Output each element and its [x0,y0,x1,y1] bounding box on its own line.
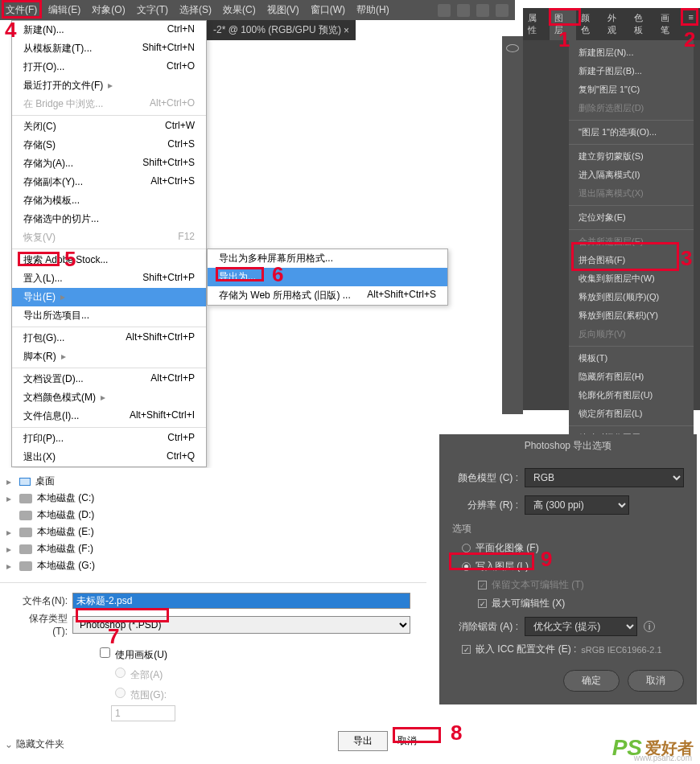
layer-menu-item[interactable]: 新建子图层(B)... [569,62,694,80]
file-menu-item[interactable]: 存储副本(Y)...Alt+Ctrl+S [12,173,206,191]
max-edit-checkbox[interactable]: 最大可编辑性 (X) [439,594,697,613]
layer-menu-item[interactable]: "图层 1"的选项(O)... [569,123,694,142]
layer-visibility-column [502,36,523,414]
file-menu-item[interactable]: 文档设置(D)...Alt+Ctrl+P [12,370,206,388]
toolbar-icon[interactable] [457,4,470,17]
ok-button[interactable]: 确定 [563,670,620,692]
tree-node[interactable]: ▸本地磁盘 (G:) [0,557,426,574]
layer-menu-item: 反向顺序(V) [569,325,694,343]
file-menu-item[interactable]: 导出(E) [12,288,206,306]
layer-menu-item[interactable]: 进入隔离模式(I) [569,166,694,184]
flat-image-radio[interactable]: 平面化图像 (F) [439,539,697,557]
use-artboard-checkbox[interactable] [100,647,110,658]
menu-window[interactable]: 窗口(W) [305,0,351,20]
layer-menu-item[interactable]: 收集到新图层中(W) [569,269,694,288]
file-menu-item[interactable]: 置入(L)...Shift+Ctrl+P [12,269,206,288]
menu-select[interactable]: 选择(S) [174,0,217,20]
cancel-button[interactable]: 取消 [397,734,417,748]
hide-folders-toggle[interactable]: 隐藏文件夹 [5,737,64,751]
layer-menu-item[interactable]: 锁定所有图层(L) [569,405,694,423]
file-menu-item[interactable]: 文档颜色模式(M) [12,388,206,407]
filetype-select[interactable]: Photoshop (*.PSD) [72,616,410,634]
color-model-select[interactable]: RGB [525,468,684,487]
photoshop-export-dialog: Photoshop 导出选项 颜色模型 (C) : RGB 分辨率 (R) : … [439,434,697,704]
tab-color[interactable]: 颜色 [576,8,603,40]
color-model-label: 颜色模型 (C) : [452,471,518,485]
export-menu-item[interactable]: 导出为多种屏幕所用格式... [208,249,447,268]
tab-brushes[interactable]: 画笔 [656,8,682,40]
antialias-label: 消除锯齿 (A) : [452,620,518,634]
toolbar-icon[interactable] [476,4,489,17]
layer-menu-item[interactable]: 释放到图层(累积)(Y) [569,306,694,325]
menu-edit[interactable]: 编辑(E) [43,0,86,20]
cancel-button[interactable]: 取消 [628,670,684,692]
layer-menu-item[interactable]: 释放到图层(顺序)(Q) [569,288,694,306]
file-menu-item: 在 Bridge 中浏览...Alt+Ctrl+O [12,95,206,113]
file-menu-item[interactable]: 导出所选项目... [12,306,206,325]
export-menu-item[interactable]: 导出为... [208,268,447,286]
layer-menu-item[interactable]: 轮廓化所有图层(U) [569,386,694,405]
layer-menu-item[interactable]: 新建图层(N)... [569,43,694,62]
menu-object[interactable]: 对象(O) [86,0,130,20]
file-menu-item[interactable]: 打开(O)...Ctrl+O [12,58,206,76]
options-section-label: 选项 [439,519,697,539]
menu-type[interactable]: 文字(T) [131,0,174,20]
file-menu-item[interactable]: 存储(S)Ctrl+S [12,136,206,154]
menu-view[interactable]: 视图(V) [261,0,305,20]
file-menu-item[interactable]: 存储选中的切片... [12,210,206,228]
layer-menu-item[interactable]: 建立剪切蒙版(S) [569,147,694,166]
file-menu-item[interactable]: 退出(X)Ctrl+Q [12,448,206,466]
close-tab-icon[interactable]: × [344,25,349,36]
arrange-icon[interactable] [496,4,509,17]
layer-menu-item[interactable]: 定位对象(E) [569,208,694,227]
antialias-select[interactable]: 优化文字 (提示) [525,617,637,636]
file-menu-item[interactable]: 新建(N)...Ctrl+N [12,21,206,39]
file-menu-item[interactable]: 打包(G)...Alt+Shift+Ctrl+P [12,329,206,347]
file-menu-item[interactable]: 打印(P)...Ctrl+P [12,429,206,448]
menu-help[interactable]: 帮助(H) [351,0,395,20]
tree-node[interactable]: ▸桌面 [0,473,426,490]
export-button[interactable]: 导出 [338,731,388,751]
export-submenu: 导出为多种屏幕所用格式...导出为...存储为 Web 所用格式 (旧版) ..… [207,249,448,306]
drive-icon [19,561,32,571]
document-tab[interactable]: -2* @ 100% (RGB/GPU 预览) × [207,20,356,40]
tab-layers[interactable]: 图层 [550,8,576,40]
filename-input[interactable] [72,593,410,609]
export-menu-item[interactable]: 存储为 Web 所用格式 (旧版) ...Alt+Shift+Ctrl+S [208,286,447,305]
file-menu-item[interactable]: 文件信息(I)...Alt+Shift+Ctrl+I [12,407,206,425]
layer-menu-item[interactable]: 复制"图层 1"(C) [569,80,694,99]
info-icon[interactable]: i [644,621,655,632]
file-menu-item[interactable]: 最近打开的文件(F) [12,76,206,95]
file-menu-item[interactable]: 存储为(A)...Shift+Ctrl+S [12,154,206,173]
watermark-url: www.psahz.com [634,754,692,762]
icc-profile-value: sRGB IEC61966-2.1 [581,645,661,655]
layer-menu-item[interactable]: 拼合图稿(F) [569,251,694,269]
tree-node[interactable]: 本地磁盘 (D:) [0,507,426,524]
tab-swatches[interactable]: 色板 [629,8,656,40]
filetype-label: 保存类型(T): [16,612,68,637]
file-menu-item[interactable]: 脚本(R) [12,347,206,366]
layer-panel-menu: 新建图层(N)...新建子图层(B)...复制"图层 1"(C)删除所选图层(D… [569,40,694,474]
layer-menu-item[interactable]: 隐藏所有图层(H) [569,368,694,386]
tab-appearance[interactable]: 外观 [603,8,629,40]
eye-icon[interactable] [506,44,519,52]
filename-label: 文件名(N): [16,594,68,608]
file-menu-item[interactable]: 存储为模板... [12,191,206,210]
file-menu-item[interactable]: 搜索 Adobe Stock... [12,251,206,269]
resolution-select[interactable]: 高 (300 ppi) [525,495,629,515]
all-radio [115,667,126,678]
menu-file[interactable]: 文件(F) [0,0,43,20]
menu-effect[interactable]: 效果(C) [217,0,261,20]
tree-node[interactable]: ▸本地磁盘 (E:) [0,524,426,540]
write-layers-radio[interactable]: 写入图层 (L) [439,557,697,576]
panel-menu-icon[interactable]: ≡ [682,8,700,40]
toolbar-icon[interactable] [438,4,451,17]
layer-menu-item[interactable]: 模板(T) [569,349,694,368]
dialog-title: Photoshop 导出选项 [439,434,697,464]
embed-icc-checkbox[interactable]: 嵌入 ICC 配置文件 (E) : sRGB IEC61966-2.1 [439,640,697,659]
file-menu-item[interactable]: 关闭(C)Ctrl+W [12,117,206,136]
tab-properties[interactable]: 属性 [523,8,550,40]
tree-node[interactable]: ▸本地磁盘 (F:) [0,540,426,557]
file-menu-item[interactable]: 从模板新建(T)...Shift+Ctrl+N [12,39,206,58]
tree-node[interactable]: ▸本地磁盘 (C:) [0,490,426,507]
